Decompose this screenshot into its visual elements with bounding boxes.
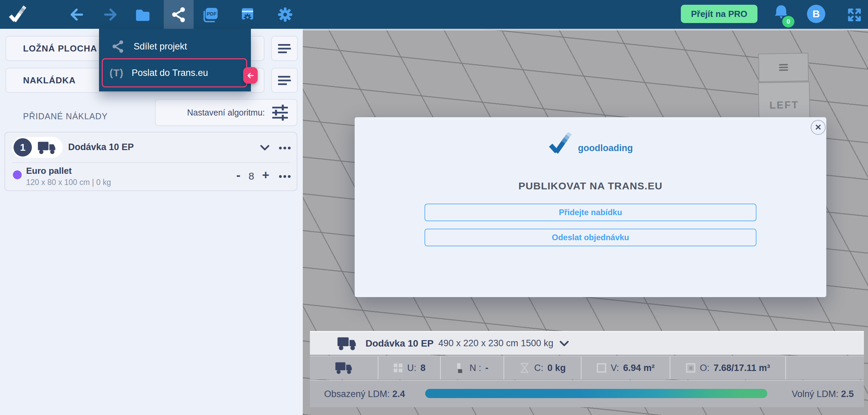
menu-lines-icon	[278, 74, 291, 87]
stats-empty-cell	[786, 356, 864, 379]
notification-count-badge: 0	[781, 15, 795, 28]
vehicle-collapse-button[interactable]	[260, 145, 270, 152]
projects-button[interactable]	[128, 0, 158, 29]
stacked-blocks-icon	[456, 362, 466, 373]
quantity-value: 8	[249, 170, 254, 182]
stat-label: V:	[611, 363, 619, 373]
square-filled-icon	[686, 363, 696, 373]
bottom-stats-bar: U:8 N :- C:0 kg V:6.94 m² O:7.68/17.11 m…	[310, 356, 864, 379]
pdf-icon: PDF	[201, 5, 219, 24]
cargo-name: Euro pallet	[26, 166, 72, 176]
modal-title: PUBLIKOVAT NA TRANS.EU	[355, 180, 826, 192]
bottom-vehicle-name: Dodávka 10 EP	[366, 338, 434, 349]
loading-area-menu-button[interactable]	[271, 36, 298, 61]
stat-label: U:	[407, 363, 416, 373]
cargo-more-options-button[interactable]	[279, 175, 291, 178]
ldm-used-value: 2.4	[392, 389, 405, 399]
top-toolbar: PDF	[0, 0, 868, 29]
fullscreen-icon	[846, 7, 863, 23]
stat-n: N :-	[441, 356, 504, 379]
square-outline-icon	[596, 363, 607, 373]
arrow-left-icon	[246, 71, 255, 80]
share-button[interactable]	[164, 0, 194, 29]
stat-area: V:6.94 m²	[581, 356, 670, 379]
stat-label: C:	[534, 363, 543, 373]
share-icon	[171, 6, 187, 23]
forward-arrow-icon	[102, 6, 119, 23]
export-pdf-button[interactable]: PDF	[195, 0, 225, 29]
vehicle-name: Dodávka 10 EP	[68, 142, 134, 152]
checkmark-logo-icon	[8, 5, 29, 24]
vehicle-more-options-button[interactable]	[279, 147, 291, 149]
bottom-ldm-bar: Obsazený LDM: 2.4 Volný LDM: 2.5	[310, 380, 864, 407]
loading-menu-button[interactable]	[271, 68, 298, 93]
stat-volume: O:7.68/17.11 m³	[670, 356, 786, 379]
bottom-vehicle-specs: 490 x 220 x 230 cm 1500 kg	[438, 338, 553, 349]
gear-icon	[276, 6, 294, 23]
menu-lines-icon	[278, 42, 291, 55]
stats-vehicle-cell	[310, 356, 378, 379]
brand-wordmark: goodloading	[578, 143, 633, 155]
send-to-transeu-label: Poslat do Trans.eu	[132, 68, 208, 78]
stat-units: U:8	[378, 356, 441, 379]
stat-value: 7.68/17.11 m³	[713, 363, 770, 373]
grid-icon	[393, 363, 403, 373]
share-dropdown-menu: Sdílet projekt (T) Poslat do Trans.eu	[99, 29, 251, 91]
orientation-cube-top-face[interactable]	[758, 53, 809, 82]
upgrade-pro-button[interactable]: Přejít na PRO	[681, 5, 757, 23]
redo-button[interactable]	[96, 0, 126, 29]
cube-lines-icon	[779, 63, 788, 72]
vehicle-badge: 1	[12, 137, 63, 158]
stat-value: 0 kg	[547, 363, 566, 373]
chevron-down-icon	[260, 145, 270, 151]
ldm-free-label: Volný LDM:	[792, 389, 839, 399]
cargo-color-dot	[13, 170, 22, 179]
share-icon	[111, 40, 125, 53]
bottom-vehicle-bar[interactable]: Dodávka 10 EP 490 x 220 x 230 cm 1500 kg	[310, 331, 864, 355]
quantity-decrease-button[interactable]: -	[236, 169, 240, 181]
user-avatar[interactable]: B	[807, 5, 825, 23]
chevron-down-icon[interactable]	[559, 340, 569, 347]
truck-icon	[36, 141, 57, 154]
add-offer-button[interactable]: Přidejte nabídku	[425, 204, 756, 221]
algorithm-settings-label: Nastavení algoritmu:	[187, 108, 265, 118]
share-project-label: Sdílet projekt	[134, 41, 187, 52]
back-arrow-icon	[68, 6, 85, 23]
send-order-button[interactable]: Odeslat objednávku	[425, 229, 756, 246]
goodloading-logo: goodloading	[355, 132, 826, 155]
goodloading-app: LEFT	[0, 0, 868, 415]
truck-icon	[337, 336, 357, 351]
stat-value: 8	[420, 363, 426, 373]
menu-item-share-project[interactable]: Sdílet projekt	[111, 40, 187, 53]
vehicle-index-badge: 1	[14, 138, 32, 157]
app-logo[interactable]	[4, 0, 34, 29]
algorithm-settings-button[interactable]: Nastavení algoritmu:	[155, 99, 297, 126]
ldm-progress-bar	[425, 389, 767, 398]
folder-icon	[134, 6, 151, 23]
settings-button[interactable]	[270, 0, 300, 29]
ldm-used: Obsazený LDM: 2.4	[324, 389, 405, 399]
stat-label: O:	[700, 363, 710, 373]
section-loading-label: NAKLÁDKA	[23, 75, 76, 86]
scale-icon	[519, 362, 530, 374]
section-loading-area-label: LOŽNÁ PLOCHA	[23, 43, 97, 54]
stat-weight: C:0 kg	[504, 356, 581, 379]
notifications-button[interactable]: 0	[772, 3, 793, 26]
truck-icon	[335, 361, 353, 374]
vehicle-settings-icon	[238, 5, 257, 24]
vehicle-settings-button[interactable]	[233, 0, 262, 29]
cargo-dimensions: 120 x 80 x 100 cm | 0 kg	[26, 178, 111, 187]
quantity-increase-button[interactable]: +	[262, 169, 269, 181]
transeu-icon: (T)	[110, 67, 123, 79]
fullscreen-button[interactable]	[846, 7, 863, 23]
svg-text:PDF: PDF	[207, 11, 217, 17]
publish-transeu-modal: ✕ goodloading PUBLIKOVAT NA TRANS.EU Při…	[355, 117, 826, 297]
ldm-free: Volný LDM: 2.5	[792, 389, 854, 399]
tutorial-pointer-button[interactable]	[243, 67, 258, 84]
vehicle-card: 1 Dodávka 10 EP Euro pallet 120 x 80 x 1…	[4, 132, 297, 191]
stat-value: 6.94 m²	[623, 363, 655, 373]
stat-label: N :	[470, 363, 481, 373]
card-divider	[12, 162, 290, 163]
menu-item-send-to-transeu[interactable]: (T) Poslat do Trans.eu	[102, 58, 247, 87]
undo-button[interactable]	[61, 0, 91, 29]
